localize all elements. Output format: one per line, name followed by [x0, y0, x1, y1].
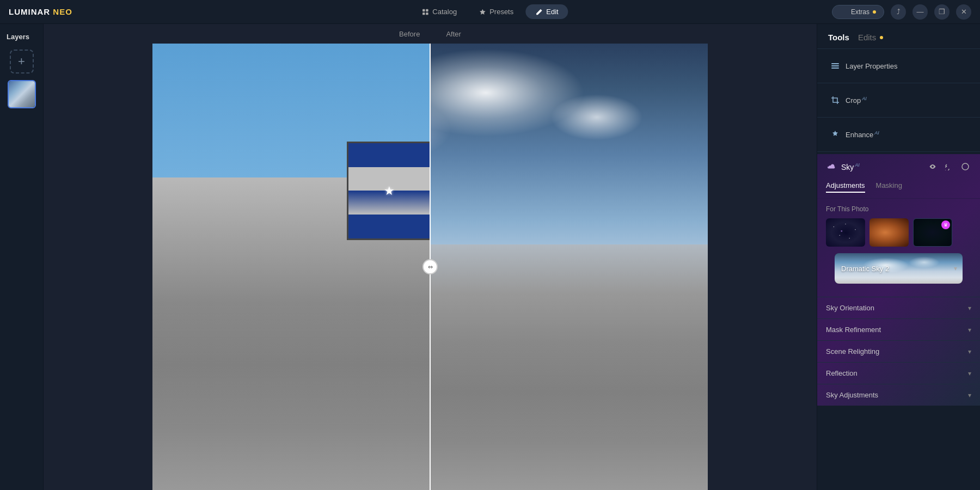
scene-relighting-chevron-icon: ▾: [968, 348, 971, 356]
sky-section: SkyAI Adjustments Masking: [817, 154, 980, 406]
crop-label: CropAI: [846, 96, 967, 105]
enhance-item[interactable]: EnhanceAI: [826, 124, 971, 145]
sky-actions: [927, 161, 971, 173]
sky-adjustment-tabs: Adjustments Masking: [817, 179, 980, 199]
presets-nav-button[interactable]: Presets: [469, 4, 523, 19]
layer-properties-icon: [830, 61, 840, 71]
edit-nav-button[interactable]: Edit: [525, 4, 568, 19]
sky-orientation-label: Sky Orientation: [826, 304, 968, 312]
sky-info-button[interactable]: [959, 161, 971, 173]
sky-adjustments-section[interactable]: Sky Adjustments ▾: [817, 384, 980, 406]
stadium-after: [430, 244, 708, 490]
tools-panel: Tools Edits Layer Properties Cr: [817, 24, 980, 490]
extras-dot: [873, 10, 876, 14]
svg-rect-1: [426, 9, 428, 11]
main-layout: Layers + Before After: [0, 24, 980, 490]
enhance-label: EnhanceAI: [846, 130, 967, 139]
before-image: ★: [152, 44, 430, 490]
svg-rect-4: [831, 63, 839, 64]
sky-icon: [826, 162, 836, 171]
main-nav: Catalog Presets Edit: [412, 4, 568, 19]
titlebar: LUMINAR NEO Catalog Presets Edit Extras …: [0, 0, 980, 24]
layer-thumbnail[interactable]: [8, 80, 36, 108]
svg-rect-3: [426, 12, 428, 14]
share-button[interactable]: ⤴: [891, 4, 906, 20]
stars-overlay: [826, 218, 865, 247]
svg-rect-2: [422, 12, 425, 14]
for-this-photo-section: For This Photo ♛ Dramatic Sky 2: [817, 199, 980, 297]
svg-rect-6: [831, 68, 839, 69]
tab-masking[interactable]: Masking: [876, 181, 902, 193]
crop-icon: [830, 95, 840, 105]
for-this-photo-label: For This Photo: [826, 205, 971, 213]
layer-thumbnail-image: [9, 81, 35, 107]
canvas-area: Before After ★: [44, 24, 817, 490]
tab-adjustments[interactable]: Adjustments: [826, 181, 865, 193]
catalog-icon: [421, 8, 429, 16]
layers-title: Layers: [4, 33, 29, 41]
svg-rect-5: [831, 65, 839, 66]
sky-visibility-button[interactable]: [927, 161, 939, 173]
mask-refinement-chevron-icon: ▾: [968, 326, 971, 334]
canvas-header: Before After: [44, 24, 817, 44]
layer-properties-label: Layer Properties: [846, 62, 967, 70]
logo-luminar: LUMINAR NEO: [9, 7, 72, 16]
dramatic-sky-selector[interactable]: Dramatic Sky 2 ▾: [835, 253, 963, 284]
sky-header[interactable]: SkyAI: [817, 154, 980, 179]
add-layer-button[interactable]: +: [10, 50, 34, 74]
star-symbol: ★: [384, 184, 395, 198]
dramatic-sky-label: Dramatic Sky 2: [841, 265, 889, 273]
crop-section: CropAI: [817, 83, 980, 118]
sky-orientation-section[interactable]: Sky Orientation ▾: [817, 297, 980, 318]
before-after-divider: ⇔: [430, 44, 431, 490]
catalog-nav-button[interactable]: Catalog: [412, 4, 467, 19]
crop-item[interactable]: CropAI: [826, 90, 971, 111]
enhance-section: EnhanceAI: [817, 118, 980, 152]
reflection-label: Reflection: [826, 369, 968, 377]
layer-properties-section: Layer Properties: [817, 49, 980, 83]
sky-label: SkyAI: [841, 162, 921, 171]
before-scene: ★: [152, 44, 430, 490]
minimize-button[interactable]: —: [912, 4, 928, 20]
scene-relighting-label: Scene Relighting: [826, 347, 968, 356]
edits-dot: [880, 36, 883, 39]
scene-relighting-section[interactable]: Scene Relighting ▾: [817, 340, 980, 362]
canvas-wrapper: ★ ⇔: [44, 44, 817, 490]
before-label: Before: [386, 30, 433, 38]
sky-adjustments-chevron-icon: ▾: [968, 391, 971, 399]
sky-undo-button[interactable]: [943, 161, 955, 173]
sky-preset-nebula[interactable]: [869, 218, 909, 247]
sky-preset-dark-stars[interactable]: ♛: [913, 218, 952, 247]
svg-rect-0: [422, 9, 425, 11]
divider-handle[interactable]: ⇔: [422, 259, 438, 274]
mask-refinement-label: Mask Refinement: [826, 326, 968, 334]
preset-badge: ♛: [941, 220, 950, 229]
sky-preset-stars[interactable]: [826, 218, 865, 247]
tab-tools[interactable]: Tools: [828, 33, 849, 42]
tools-header: Tools Edits: [817, 24, 980, 49]
app-logo: LUMINAR NEO: [9, 7, 72, 16]
billboard-flag: ★: [348, 143, 430, 238]
reflection-section[interactable]: Reflection ▾: [817, 362, 980, 384]
edit-icon: [535, 8, 543, 16]
presets-icon: [479, 8, 486, 16]
maximize-button[interactable]: ❐: [934, 4, 950, 20]
mask-refinement-section[interactable]: Mask Refinement ▾: [817, 318, 980, 340]
billboard: ★: [347, 142, 430, 240]
titlebar-actions: Extras ⤴ — ❐ ✕: [832, 4, 971, 20]
close-button[interactable]: ✕: [956, 4, 971, 20]
dramatic-sky-chevron-icon: ▾: [954, 265, 957, 272]
extras-icon: [840, 8, 848, 16]
extras-button[interactable]: Extras: [832, 5, 884, 19]
sky-orientation-chevron-icon: ▾: [968, 304, 971, 312]
layer-properties-item[interactable]: Layer Properties: [826, 56, 971, 76]
sky-presets-row: ♛: [826, 218, 971, 247]
image-container: ★ ⇔: [152, 44, 708, 490]
svg-point-7: [962, 163, 969, 170]
sky-adjustments-label: Sky Adjustments: [826, 391, 968, 399]
tab-edits[interactable]: Edits: [858, 33, 883, 42]
layers-panel: Layers +: [0, 24, 44, 490]
reflection-chevron-icon: ▾: [968, 370, 971, 377]
after-image: [430, 44, 708, 490]
after-label: After: [433, 30, 474, 38]
